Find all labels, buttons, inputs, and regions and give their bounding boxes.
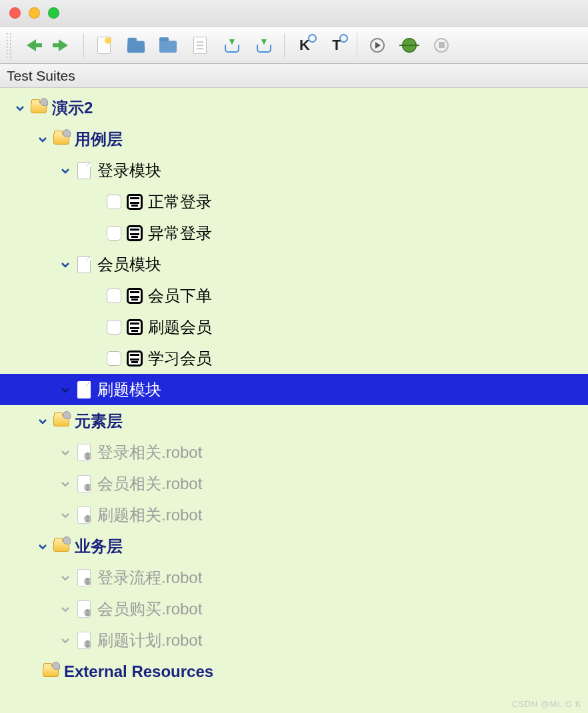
folder-icon — [41, 662, 60, 681]
test-suites-tree[interactable]: 演示2 用例层 登录模块 正常登录 异常登录 会员模块 会员下单 — [0, 88, 588, 713]
file-icon — [75, 255, 93, 274]
tree-item-test-study-member[interactable]: 学习会员 — [0, 343, 588, 374]
folder-icon — [52, 130, 71, 149]
separator — [83, 33, 84, 57]
tree-item-label: 会员购买.robot — [97, 598, 202, 620]
stop-button[interactable] — [427, 32, 455, 59]
tree-item-login-flow-resource[interactable]: 登录流程.robot — [0, 562, 588, 593]
folder-icon — [159, 41, 177, 53]
window-titlebar — [0, 0, 588, 27]
document-icon — [193, 37, 207, 54]
toolbar-handle[interactable] — [5, 32, 12, 59]
tree-item-member-purchase-resource[interactable]: 会员购买.robot — [0, 593, 588, 624]
new-file-button[interactable] — [90, 32, 118, 59]
tree-item-login-module[interactable]: 登录模块 — [0, 155, 588, 186]
tree-item-label: 元素层 — [75, 410, 123, 432]
tree-item-quiz-plan-resource[interactable]: 刷题计划.robot — [0, 624, 588, 656]
window-minimize-button[interactable] — [29, 7, 40, 19]
tree-item-test-member-order[interactable]: 会员下单 — [0, 280, 588, 311]
robot-icon — [125, 318, 144, 337]
folder-open-icon — [127, 41, 145, 53]
separator — [357, 33, 357, 57]
folder-icon — [52, 412, 71, 430]
robot-icon — [125, 287, 144, 305]
tree-item-label: 正常登录 — [148, 191, 212, 213]
chevron-down-icon[interactable] — [59, 634, 72, 647]
debug-button[interactable] — [395, 32, 423, 59]
checkbox[interactable] — [107, 226, 121, 241]
stop-icon — [434, 38, 449, 53]
tree-item-test-abnormal-login[interactable]: 异常登录 — [0, 217, 588, 249]
tree-item-label: 刷题会员 — [148, 317, 212, 338]
chevron-down-icon[interactable] — [59, 258, 72, 271]
chevron-down-icon[interactable] — [59, 477, 72, 490]
chevron-down-icon[interactable] — [59, 446, 72, 459]
tree-item-label: 用例层 — [75, 129, 123, 150]
k-search-icon: K — [299, 37, 310, 54]
tree-item-external-resources[interactable]: External Resources — [0, 656, 588, 687]
run-button[interactable] — [363, 32, 391, 59]
chevron-down-icon[interactable] — [59, 508, 72, 522]
tree-item-test-normal-login[interactable]: 正常登录 — [0, 186, 588, 217]
tree-item-label: 会员相关.robot — [97, 473, 202, 494]
tree-item-member-resource[interactable]: 会员相关.robot — [0, 468, 588, 499]
toolbar: K T — [0, 27, 588, 64]
chevron-down-icon[interactable] — [36, 414, 49, 428]
tree-item-element-layer[interactable]: 元素层 — [0, 405, 588, 436]
new-file-icon — [97, 37, 111, 54]
open-folder-button[interactable] — [122, 32, 150, 59]
save-all-button[interactable] — [250, 32, 278, 59]
resource-file-icon — [75, 600, 93, 618]
tree-item-label: 会员下单 — [148, 285, 212, 307]
tree-item-login-resource[interactable]: 登录相关.robot — [0, 436, 588, 468]
resource-file-icon — [75, 568, 93, 587]
tree-item-label: 异常登录 — [148, 223, 212, 244]
save-icon — [225, 38, 239, 53]
resource-file-icon — [75, 474, 93, 493]
robot-icon — [125, 224, 144, 243]
open-dir-button[interactable] — [154, 32, 182, 59]
tree-item-quiz-resource[interactable]: 刷题相关.robot — [0, 499, 588, 530]
panel-title: Test Suites — [0, 64, 588, 88]
checkbox[interactable] — [107, 289, 121, 303]
forward-button[interactable] — [49, 32, 77, 59]
resource-file-icon — [75, 443, 93, 462]
resource-file-icon — [75, 631, 93, 650]
arrow-right-icon — [59, 39, 68, 51]
tree-item-label: 业务层 — [75, 536, 123, 557]
window-close-button[interactable] — [9, 7, 21, 19]
tree-item-member-module[interactable]: 会员模块 — [0, 249, 588, 280]
chevron-down-icon[interactable] — [36, 540, 49, 553]
tree-item-root[interactable]: 演示2 — [0, 92, 588, 123]
chevron-down-icon[interactable] — [36, 133, 49, 146]
tree-item-label: 学习会员 — [148, 348, 212, 369]
checkbox[interactable] — [107, 195, 121, 209]
tree-item-quiz-module[interactable]: 刷题模块 — [0, 374, 588, 405]
save-button[interactable] — [218, 32, 246, 59]
chevron-down-icon[interactable] — [59, 383, 72, 396]
tree-item-business-layer[interactable]: 业务层 — [0, 530, 588, 562]
folder-icon — [52, 537, 71, 556]
tree-item-label: 演示2 — [52, 97, 93, 119]
separator — [284, 33, 285, 57]
tree-item-testcase-layer[interactable]: 用例层 — [0, 123, 588, 155]
chevron-down-icon[interactable] — [59, 602, 72, 616]
search-keywords-button[interactable]: K — [291, 32, 319, 59]
play-icon — [370, 38, 385, 53]
bug-icon — [402, 38, 417, 53]
window-maximize-button[interactable] — [48, 7, 59, 19]
open-file-button[interactable] — [186, 32, 214, 59]
chevron-down-icon[interactable] — [59, 164, 72, 177]
tree-item-label: 刷题相关.robot — [97, 504, 202, 526]
tree-item-label: 登录流程.robot — [97, 567, 202, 588]
robot-icon — [125, 349, 144, 368]
file-icon — [75, 161, 93, 180]
tree-item-test-quiz-member[interactable]: 刷题会员 — [0, 311, 588, 343]
checkbox[interactable] — [107, 351, 121, 366]
folder-icon — [29, 99, 48, 117]
checkbox[interactable] — [107, 320, 121, 335]
back-button[interactable] — [17, 32, 45, 59]
chevron-down-icon[interactable] — [13, 101, 27, 115]
search-tests-button[interactable]: T — [323, 32, 351, 59]
chevron-down-icon[interactable] — [59, 571, 72, 584]
